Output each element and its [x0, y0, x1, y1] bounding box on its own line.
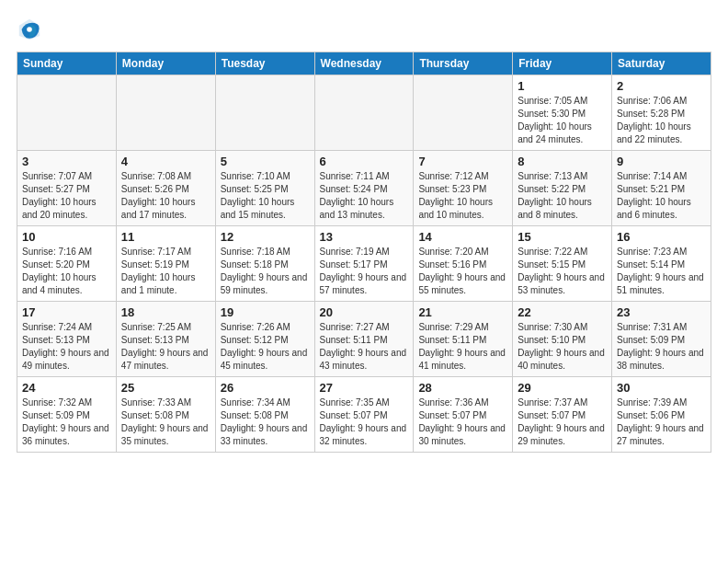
- calendar-cell: 16Sunrise: 7:23 AM Sunset: 5:14 PM Dayli…: [612, 226, 711, 302]
- weekday-header-row: SundayMondayTuesdayWednesdayThursdayFrid…: [17, 52, 711, 75]
- calendar-cell: 5Sunrise: 7:10 AM Sunset: 5:25 PM Daylig…: [215, 151, 314, 226]
- day-number: 23: [617, 305, 706, 319]
- day-info: Sunrise: 7:36 AM Sunset: 5:07 PM Dayligh…: [418, 396, 507, 448]
- calendar-cell: 24Sunrise: 7:32 AM Sunset: 5:09 PM Dayli…: [17, 377, 117, 453]
- day-info: Sunrise: 7:05 AM Sunset: 5:30 PM Dayligh…: [518, 95, 607, 146]
- day-info: Sunrise: 7:39 AM Sunset: 5:06 PM Dayligh…: [617, 396, 706, 448]
- day-info: Sunrise: 7:35 AM Sunset: 5:07 PM Dayligh…: [320, 396, 409, 448]
- day-info: Sunrise: 7:33 AM Sunset: 5:08 PM Dayligh…: [121, 396, 210, 448]
- calendar-cell: 8Sunrise: 7:13 AM Sunset: 5:22 PM Daylig…: [513, 151, 612, 226]
- weekday-monday: Monday: [116, 52, 215, 75]
- day-number: 7: [418, 155, 507, 168]
- day-info: Sunrise: 7:27 AM Sunset: 5:11 PM Dayligh…: [320, 321, 409, 373]
- day-info: Sunrise: 7:14 AM Sunset: 5:21 PM Dayligh…: [617, 170, 706, 222]
- day-number: 26: [221, 381, 310, 395]
- weekday-tuesday: Tuesday: [215, 52, 314, 75]
- day-number: 28: [418, 381, 507, 395]
- day-number: 13: [320, 230, 409, 244]
- calendar-cell: 30Sunrise: 7:39 AM Sunset: 5:06 PM Dayli…: [612, 377, 711, 453]
- day-info: Sunrise: 7:31 AM Sunset: 5:09 PM Dayligh…: [617, 321, 706, 373]
- day-info: Sunrise: 7:13 AM Sunset: 5:22 PM Dayligh…: [518, 170, 607, 222]
- day-number: 24: [22, 381, 111, 395]
- day-number: 18: [121, 305, 210, 319]
- day-info: Sunrise: 7:29 AM Sunset: 5:11 PM Dayligh…: [418, 321, 507, 373]
- day-number: 9: [617, 155, 706, 168]
- day-number: 14: [418, 230, 507, 244]
- week-row-3: 17Sunrise: 7:24 AM Sunset: 5:13 PM Dayli…: [17, 302, 711, 377]
- logo-icon: [17, 17, 42, 42]
- calendar-cell: 13Sunrise: 7:19 AM Sunset: 5:17 PM Dayli…: [314, 226, 414, 302]
- day-number: 20: [320, 305, 409, 319]
- day-info: Sunrise: 7:06 AM Sunset: 5:28 PM Dayligh…: [617, 95, 706, 146]
- calendar-cell: [215, 75, 314, 151]
- weekday-thursday: Thursday: [414, 52, 513, 75]
- day-info: Sunrise: 7:17 AM Sunset: 5:19 PM Dayligh…: [121, 246, 210, 297]
- day-info: Sunrise: 7:18 AM Sunset: 5:18 PM Dayligh…: [221, 246, 310, 297]
- day-number: 25: [121, 381, 210, 395]
- day-info: Sunrise: 7:16 AM Sunset: 5:20 PM Dayligh…: [22, 246, 111, 297]
- day-number: 2: [617, 79, 706, 93]
- day-info: Sunrise: 7:23 AM Sunset: 5:14 PM Dayligh…: [617, 246, 706, 297]
- day-number: 5: [221, 155, 310, 168]
- day-number: 4: [121, 155, 210, 168]
- calendar-cell: 25Sunrise: 7:33 AM Sunset: 5:08 PM Dayli…: [116, 377, 215, 453]
- page: SundayMondayTuesdayWednesdayThursdayFrid…: [0, 0, 728, 462]
- day-number: 10: [22, 230, 111, 244]
- header: [17, 17, 711, 42]
- calendar-cell: 29Sunrise: 7:37 AM Sunset: 5:07 PM Dayli…: [513, 377, 612, 453]
- week-row-4: 24Sunrise: 7:32 AM Sunset: 5:09 PM Dayli…: [17, 377, 711, 453]
- day-number: 16: [617, 230, 706, 244]
- calendar-cell: 15Sunrise: 7:22 AM Sunset: 5:15 PM Dayli…: [513, 226, 612, 302]
- calendar-cell: 26Sunrise: 7:34 AM Sunset: 5:08 PM Dayli…: [215, 377, 314, 453]
- weekday-sunday: Sunday: [17, 52, 117, 75]
- calendar-cell: 28Sunrise: 7:36 AM Sunset: 5:07 PM Dayli…: [414, 377, 513, 453]
- day-info: Sunrise: 7:20 AM Sunset: 5:16 PM Dayligh…: [418, 246, 507, 297]
- day-number: 22: [518, 305, 607, 319]
- day-number: 29: [518, 381, 607, 395]
- calendar-cell: [17, 75, 117, 151]
- calendar-cell: 21Sunrise: 7:29 AM Sunset: 5:11 PM Dayli…: [414, 302, 513, 377]
- day-number: 19: [221, 305, 310, 319]
- day-number: 3: [22, 155, 111, 168]
- calendar-cell: 18Sunrise: 7:25 AM Sunset: 5:13 PM Dayli…: [116, 302, 215, 377]
- calendar-cell: 17Sunrise: 7:24 AM Sunset: 5:13 PM Dayli…: [17, 302, 117, 377]
- calendar-cell: [414, 75, 513, 151]
- weekday-saturday: Saturday: [612, 52, 711, 75]
- day-info: Sunrise: 7:37 AM Sunset: 5:07 PM Dayligh…: [518, 396, 607, 448]
- day-info: Sunrise: 7:25 AM Sunset: 5:13 PM Dayligh…: [121, 321, 210, 373]
- calendar-cell: 19Sunrise: 7:26 AM Sunset: 5:12 PM Dayli…: [215, 302, 314, 377]
- calendar-cell: 10Sunrise: 7:16 AM Sunset: 5:20 PM Dayli…: [17, 226, 117, 302]
- week-row-2: 10Sunrise: 7:16 AM Sunset: 5:20 PM Dayli…: [17, 226, 711, 302]
- calendar-cell: 3Sunrise: 7:07 AM Sunset: 5:27 PM Daylig…: [17, 151, 117, 226]
- weekday-wednesday: Wednesday: [314, 52, 414, 75]
- week-row-0: 1Sunrise: 7:05 AM Sunset: 5:30 PM Daylig…: [17, 75, 711, 151]
- day-info: Sunrise: 7:26 AM Sunset: 5:12 PM Dayligh…: [221, 321, 310, 373]
- calendar-cell: [116, 75, 215, 151]
- day-info: Sunrise: 7:19 AM Sunset: 5:17 PM Dayligh…: [320, 246, 409, 297]
- day-info: Sunrise: 7:30 AM Sunset: 5:10 PM Dayligh…: [518, 321, 607, 373]
- day-number: 30: [617, 381, 706, 395]
- calendar-cell: 6Sunrise: 7:11 AM Sunset: 5:24 PM Daylig…: [314, 151, 414, 226]
- calendar-cell: 12Sunrise: 7:18 AM Sunset: 5:18 PM Dayli…: [215, 226, 314, 302]
- day-number: 8: [518, 155, 607, 168]
- day-number: 21: [418, 305, 507, 319]
- calendar-cell: 14Sunrise: 7:20 AM Sunset: 5:16 PM Dayli…: [414, 226, 513, 302]
- day-info: Sunrise: 7:07 AM Sunset: 5:27 PM Dayligh…: [22, 170, 111, 222]
- calendar-cell: 2Sunrise: 7:06 AM Sunset: 5:28 PM Daylig…: [612, 75, 711, 151]
- calendar-cell: [314, 75, 414, 151]
- calendar-cell: 23Sunrise: 7:31 AM Sunset: 5:09 PM Dayli…: [612, 302, 711, 377]
- day-info: Sunrise: 7:12 AM Sunset: 5:23 PM Dayligh…: [418, 170, 507, 222]
- calendar-cell: 20Sunrise: 7:27 AM Sunset: 5:11 PM Dayli…: [314, 302, 414, 377]
- day-number: 12: [221, 230, 310, 244]
- svg-point-1: [27, 27, 32, 32]
- day-number: 15: [518, 230, 607, 244]
- day-info: Sunrise: 7:34 AM Sunset: 5:08 PM Dayligh…: [221, 396, 310, 448]
- day-number: 11: [121, 230, 210, 244]
- calendar: SundayMondayTuesdayWednesdayThursdayFrid…: [17, 52, 711, 453]
- calendar-cell: 1Sunrise: 7:05 AM Sunset: 5:30 PM Daylig…: [513, 75, 612, 151]
- logo: [17, 17, 46, 42]
- calendar-cell: 27Sunrise: 7:35 AM Sunset: 5:07 PM Dayli…: [314, 377, 414, 453]
- day-info: Sunrise: 7:10 AM Sunset: 5:25 PM Dayligh…: [221, 170, 310, 222]
- calendar-cell: 4Sunrise: 7:08 AM Sunset: 5:26 PM Daylig…: [116, 151, 215, 226]
- calendar-cell: 9Sunrise: 7:14 AM Sunset: 5:21 PM Daylig…: [612, 151, 711, 226]
